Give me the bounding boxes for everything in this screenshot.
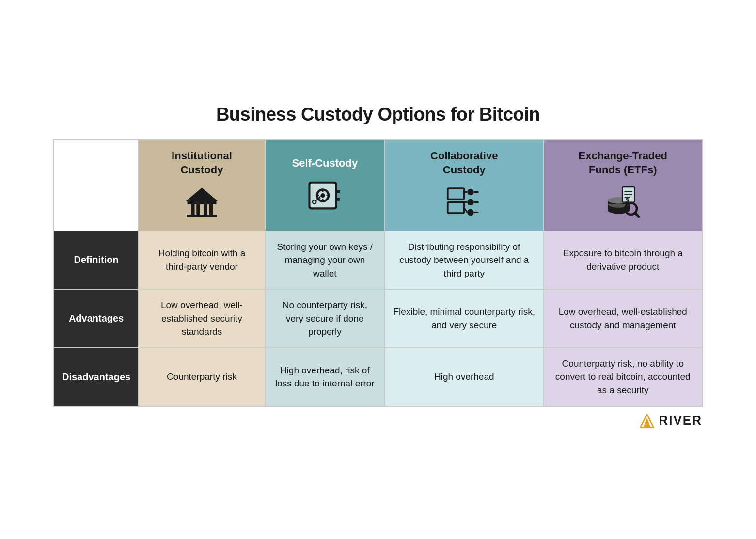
- svg-rect-16: [336, 198, 340, 201]
- selfcustody-icon-area: [273, 176, 377, 215]
- svg-rect-1: [191, 204, 195, 215]
- svg-point-26: [468, 199, 474, 206]
- dis-etf-text: Counterparty risk, no ability to convert…: [555, 358, 691, 395]
- svg-rect-21: [448, 188, 464, 200]
- advantages-selfcustody: No counterparty risk, very secure if don…: [265, 289, 385, 348]
- svg-rect-3: [204, 204, 207, 215]
- header-selfcustody: Self-Custody: [265, 140, 385, 231]
- adv-selfcustody-text: No counterparty risk, very secure if don…: [283, 300, 367, 337]
- definition-row-label: Definition: [54, 231, 139, 290]
- definition-etf: Exposure to bitcoin through a derivative…: [544, 231, 702, 290]
- definition-institutional: Holding bitcoin with a third-party vendo…: [139, 231, 265, 290]
- selfcustody-header-label: Self-Custody: [273, 156, 377, 170]
- svg-rect-15: [336, 190, 340, 193]
- svg-point-29: [468, 209, 474, 216]
- svg-point-23: [468, 189, 474, 196]
- collaborative-icon-area: [393, 183, 536, 222]
- river-logo-text: RIVER: [659, 413, 702, 428]
- adv-collaborative-text: Flexible, minimal counterparty risk, and…: [394, 307, 535, 330]
- advantages-etf: Low overhead, well-established custody a…: [544, 289, 702, 348]
- collaborative-icon: [446, 184, 482, 220]
- institutional-icon: [184, 184, 220, 220]
- advantages-collaborative: Flexible, minimal counterparty risk, and…: [385, 289, 544, 348]
- header-collaborative: Collaborative Custody: [385, 140, 544, 231]
- etf-icon-area: $: [552, 183, 694, 222]
- dis-selfcustody-text: High overhead, risk of loss due to inter…: [275, 365, 375, 389]
- svg-rect-5: [187, 215, 217, 217]
- definition-selfcustody: Storing your own keys / managing your ow…: [265, 231, 385, 290]
- svg-rect-0: [187, 201, 216, 204]
- institutional-header-label: Institutional Custody: [147, 149, 257, 177]
- def-collaborative-text: Distributing responsibility of custody b…: [399, 242, 529, 278]
- dis-collaborative-text: High overhead: [434, 371, 494, 382]
- advantages-row-label: Advantages: [54, 289, 139, 348]
- disadvantages-institutional: Counterparty risk: [139, 348, 265, 406]
- svg-rect-22: [448, 202, 464, 214]
- institutional-icon-area: [147, 183, 257, 222]
- footer-row: RIVER: [54, 406, 702, 440]
- comparison-table: Institutional Custody Self-Custody: [53, 139, 703, 439]
- header-row: Institutional Custody Self-Custody: [54, 140, 702, 231]
- river-logo: RIVER: [639, 413, 702, 429]
- def-institutional-text: Holding bitcoin with a third-party vendo…: [158, 248, 246, 272]
- disadvantages-row-label: Disadvantages: [54, 348, 139, 406]
- def-selfcustody-text: Storing your own keys / managing your ow…: [277, 242, 373, 278]
- definition-collaborative: Distributing responsibility of custody b…: [385, 231, 544, 290]
- svg-point-10: [320, 193, 325, 198]
- adv-etf-text: Low overhead, well-established custody a…: [559, 307, 687, 330]
- advantages-institutional: Low overhead, well-established security …: [139, 289, 265, 348]
- header-etf: Exchange-Traded Funds (ETFs): [544, 140, 702, 231]
- etf-icon: $: [605, 184, 641, 220]
- header-empty: [54, 140, 139, 231]
- disadvantages-row: Disadvantages Counterparty risk High ove…: [54, 348, 702, 406]
- svg-rect-2: [196, 204, 200, 215]
- def-etf-text: Exposure to bitcoin through a derivative…: [563, 248, 683, 272]
- etf-header-label: Exchange-Traded Funds (ETFs): [552, 149, 694, 177]
- svg-rect-4: [209, 204, 213, 215]
- disadvantages-etf: Counterparty risk, no ability to convert…: [544, 348, 702, 406]
- advantages-row: Advantages Low overhead, well-establishe…: [54, 289, 702, 348]
- river-logo-icon: [639, 413, 655, 429]
- svg-marker-6: [186, 188, 219, 202]
- page-title: Business Custody Options for Bitcoin: [53, 104, 703, 125]
- svg-line-43: [635, 213, 639, 216]
- adv-institutional-text: Low overhead, well-established security …: [161, 300, 243, 337]
- footer-cell: RIVER: [54, 406, 702, 440]
- definition-row: Definition Holding bitcoin with a third-…: [54, 231, 702, 290]
- disadvantages-selfcustody: High overhead, risk of loss due to inter…: [265, 348, 385, 406]
- collaborative-header-label: Collaborative Custody: [393, 149, 536, 177]
- header-institutional: Institutional Custody: [139, 140, 265, 231]
- disadvantages-collaborative: High overhead: [385, 348, 544, 406]
- selfcustody-icon: [307, 177, 343, 214]
- dis-institutional-text: Counterparty risk: [167, 371, 237, 382]
- page-wrapper: Business Custody Options for Bitcoin Ins…: [39, 85, 717, 454]
